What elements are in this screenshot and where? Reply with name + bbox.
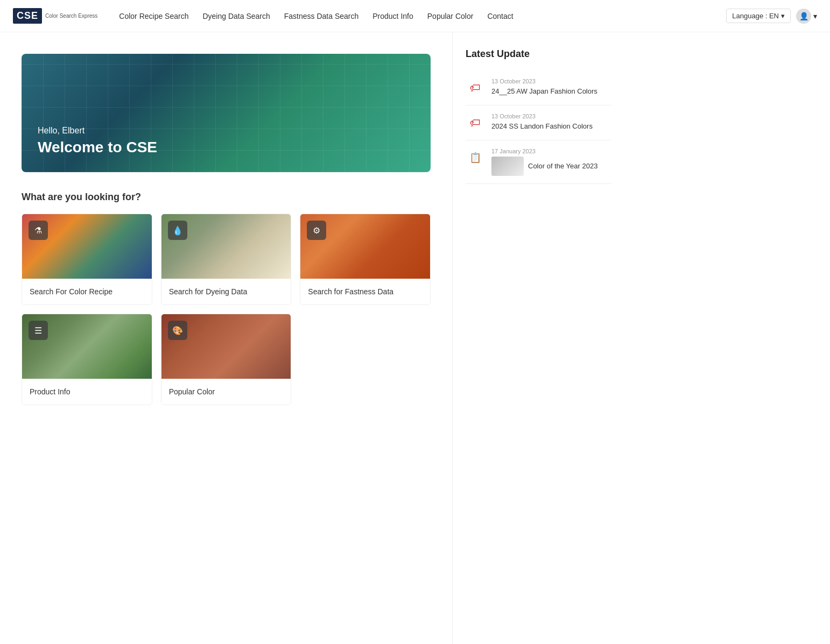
nav-color-recipe[interactable]: Color Recipe Search bbox=[114, 9, 194, 24]
card-dyeing-label: Search for Dyeing Data bbox=[169, 287, 284, 296]
card-popular-body: Popular Color bbox=[161, 379, 291, 405]
logo-text: CSE bbox=[13, 8, 42, 24]
card-fastness-label: Search for Fastness Data bbox=[308, 287, 423, 296]
cards-row-2: ☰ Product Info 🎨 Popular Color bbox=[22, 314, 431, 405]
card-popular-icon: 🎨 bbox=[168, 321, 187, 340]
update-item-1[interactable]: 🏷 13 October 2023 24__25 AW Japan Fashio… bbox=[466, 70, 611, 105]
logo-subtitle: Color Search Express bbox=[45, 13, 97, 19]
card-product-label: Product Info bbox=[30, 387, 144, 396]
cards-row-1: ⚗ Search For Color Recipe 💧 Search for D… bbox=[22, 214, 431, 305]
card-fastness-body: Search for Fastness Data bbox=[300, 279, 430, 305]
card-color-recipe[interactable]: ⚗ Search For Color Recipe bbox=[22, 214, 152, 305]
update-title-3: Color of the Year 2023 bbox=[528, 161, 597, 171]
logo-link[interactable]: CSE Color Search Express bbox=[13, 8, 97, 24]
hero-banner: Hello, Elbert Welcome to CSE bbox=[22, 54, 431, 172]
card-color-recipe-label: Search For Color Recipe bbox=[30, 287, 144, 296]
sidebar-title: Latest Update bbox=[466, 48, 611, 60]
nav-contact[interactable]: Contact bbox=[482, 9, 518, 24]
card-product[interactable]: ☰ Product Info bbox=[22, 314, 152, 405]
language-label: Language : EN bbox=[732, 12, 779, 20]
update-thumb-icon-3: 📋 bbox=[466, 148, 485, 167]
nav-product[interactable]: Product Info bbox=[367, 9, 419, 24]
update-item-3[interactable]: 📋 17 January 2023 Color of the Year 2023 bbox=[466, 140, 611, 184]
sidebar: Latest Update 🏷 13 October 2023 24__25 A… bbox=[452, 32, 624, 644]
update-tag-icon-1: 🏷 bbox=[466, 78, 485, 97]
nav-dyeing[interactable]: Dyeing Data Search bbox=[197, 9, 275, 24]
what-section-title: What are you looking for? bbox=[22, 192, 431, 203]
card-product-body: Product Info bbox=[22, 379, 152, 405]
hero-title: Welcome to CSE bbox=[38, 139, 157, 156]
update-info-1: 13 October 2023 24__25 AW Japan Fashion … bbox=[491, 78, 597, 96]
card-dyeing-image: 💧 bbox=[161, 214, 291, 279]
nav-fastness[interactable]: Fastness Data Search bbox=[279, 9, 364, 24]
card-dyeing-icon: 💧 bbox=[168, 221, 187, 240]
update-tag-icon-2: 🏷 bbox=[466, 113, 485, 132]
navbar: CSE Color Search Express Color Recipe Se… bbox=[0, 0, 830, 32]
update-date-1: 13 October 2023 bbox=[491, 78, 597, 84]
nav-right: Language : EN ▾ 👤 ▾ bbox=[726, 9, 817, 24]
update-thumbnail-3 bbox=[491, 157, 524, 176]
card-popular[interactable]: 🎨 Popular Color bbox=[161, 314, 292, 405]
card-color-recipe-image: ⚗ bbox=[22, 214, 152, 279]
card-dyeing-body: Search for Dyeing Data bbox=[161, 279, 291, 305]
update-title-1: 24__25 AW Japan Fashion Colors bbox=[491, 87, 597, 96]
card-fastness-icon: ⚙ bbox=[307, 221, 326, 240]
update-item-2[interactable]: 🏷 13 October 2023 2024 SS Landon Fashion… bbox=[466, 105, 611, 140]
update-date-3: 17 January 2023 bbox=[491, 148, 611, 154]
card-color-recipe-body: Search For Color Recipe bbox=[22, 279, 152, 305]
card-popular-label: Popular Color bbox=[169, 387, 284, 396]
language-selector[interactable]: Language : EN ▾ bbox=[726, 9, 791, 23]
card-dyeing[interactable]: 💧 Search for Dyeing Data bbox=[161, 214, 292, 305]
page-body: Hello, Elbert Welcome to CSE What are yo… bbox=[0, 32, 830, 644]
user-chevron-icon: ▾ bbox=[813, 12, 817, 20]
card-popular-image: 🎨 bbox=[161, 314, 291, 379]
card-color-recipe-icon: ⚗ bbox=[29, 221, 48, 240]
nav-links: Color Recipe Search Dyeing Data Search F… bbox=[114, 9, 726, 24]
card-fastness[interactable]: ⚙ Search for Fastness Data bbox=[300, 214, 431, 305]
update-date-2: 13 October 2023 bbox=[491, 113, 593, 119]
user-avatar-icon: 👤 bbox=[796, 9, 811, 24]
update-title-2: 2024 SS Landon Fashion Colors bbox=[491, 122, 593, 131]
main-content: Hello, Elbert Welcome to CSE What are yo… bbox=[0, 32, 452, 644]
card-product-image: ☰ bbox=[22, 314, 152, 379]
nav-popular[interactable]: Popular Color bbox=[422, 9, 479, 24]
update-info-3: 17 January 2023 Color of the Year 2023 bbox=[491, 148, 611, 176]
update-info-2: 13 October 2023 2024 SS Landon Fashion C… bbox=[491, 113, 593, 131]
chevron-down-icon: ▾ bbox=[781, 12, 785, 20]
card-product-icon: ☰ bbox=[29, 321, 48, 340]
user-menu[interactable]: 👤 ▾ bbox=[796, 9, 817, 24]
card-fastness-image: ⚙ bbox=[300, 214, 430, 279]
hero-greeting: Hello, Elbert bbox=[38, 126, 157, 136]
hero-text: Hello, Elbert Welcome to CSE bbox=[38, 126, 157, 156]
